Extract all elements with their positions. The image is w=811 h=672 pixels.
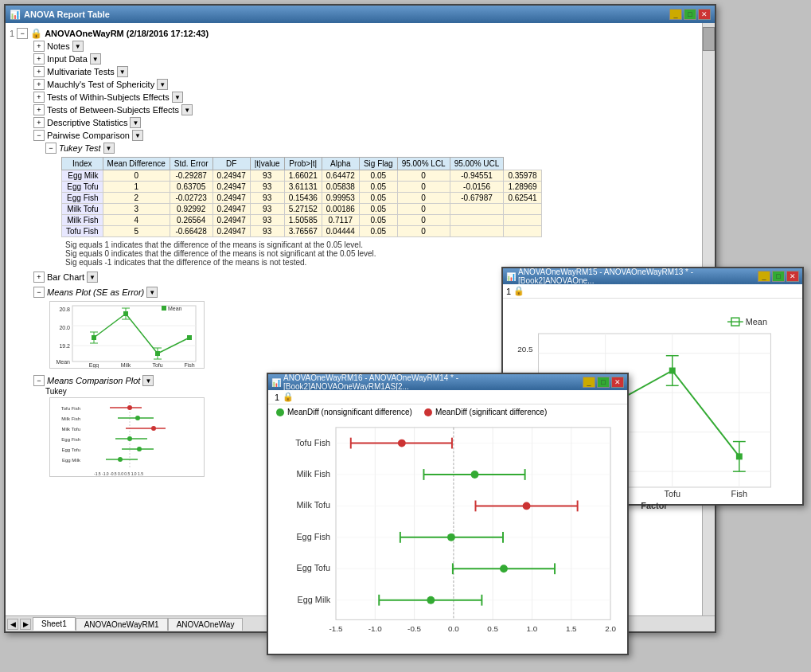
svg-text:0.0: 0.0 (448, 624, 459, 633)
svg-text:-1.5 -1.0 -0.5 0.0 0.5 1.0 1.5: -1.5 -1.0 -0.5 0.0 0.5 1.0 1.5 (94, 471, 143, 476)
col-lcl: 95.00% LCL (397, 158, 450, 170)
svg-text:Tofu: Tofu (664, 489, 680, 498)
float2-legend: MeanDiff (nonsignificant difference) Mea… (268, 404, 627, 420)
cell-idx: 0 (103, 170, 170, 182)
within-dropdown[interactable]: ▼ (172, 92, 183, 103)
tukey-dropdown[interactable]: ▼ (103, 143, 115, 154)
root-collapse-icon[interactable]: − (17, 28, 28, 39)
cell-df: 93 (250, 215, 284, 226)
float1-maximize[interactable]: □ (772, 271, 785, 282)
float2-maximize[interactable]: □ (597, 377, 610, 388)
multivariate-dropdown[interactable]: ▼ (117, 66, 128, 77)
pairwise-expand-icon[interactable]: − (33, 130, 45, 141)
cell-sig: 0 (397, 170, 450, 182)
float1-close[interactable]: ✕ (786, 271, 799, 282)
svg-rect-4 (72, 306, 196, 361)
tukey-table-container: Index Mean Difference Std. Error DF |t|v… (61, 157, 698, 237)
cell-df: 93 (250, 193, 284, 204)
col-meandiff: Mean Difference (103, 158, 170, 170)
cell-stderr: 0.24947 (212, 182, 250, 193)
cell-df: 93 (250, 226, 284, 237)
cell-sig: 0 (397, 215, 450, 226)
cell-meandiff: -0.02723 (170, 193, 212, 204)
cell-prob: 0.04444 (322, 226, 359, 237)
inputdata-dropdown[interactable]: ▼ (90, 53, 101, 64)
cell-df: 93 (250, 204, 284, 215)
mauchlys-dropdown[interactable]: ▼ (157, 79, 168, 90)
svg-text:19.2: 19.2 (59, 343, 70, 349)
tab-anova1[interactable]: ANOVAOneWayRM1 (76, 618, 168, 631)
float2-controls: _ □ ✕ (583, 377, 624, 388)
col-index: Index (62, 158, 103, 170)
cell-prob: 0.64472 (322, 170, 359, 182)
float1-lock-icon: 🔒 (513, 286, 524, 296)
barchart-dropdown[interactable]: ▼ (87, 272, 98, 283)
float1-title: ANOVAOneWayRM15 - ANOVAOneWayRM13 * - [B… (518, 268, 758, 285)
table-row: Egg Milk 0 -0.29287 0.24947 93 1.66021 0… (62, 170, 542, 182)
cell-stderr: 0.24947 (212, 193, 250, 204)
tukey-label: Tukey Test (59, 143, 101, 153)
mini-meanscomp-svg: Tofu Fish Milk Fish Milk Tofu Egg Fish E… (49, 397, 205, 477)
mauchlys-label: Mauchly's Test of Sphericity (47, 80, 154, 89)
between-label: Tests of Between-Subjects Effects (47, 105, 179, 115)
float2-chart-area: Tofu Fish Milk Fish Milk Tofu Egg Fish E… (268, 420, 627, 639)
tab-anova2[interactable]: ANOVAOneWay (168, 618, 244, 631)
cell-sig: 0 (397, 182, 450, 193)
meanscomp-label: Means Comparison Plot (47, 376, 140, 385)
mauchlys-expand-icon[interactable]: + (33, 79, 45, 90)
cell-idx: 2 (103, 193, 170, 204)
meansplot-dropdown[interactable]: ▼ (146, 287, 158, 298)
cell-idx: 5 (103, 226, 170, 237)
multivariate-expand-icon[interactable]: + (33, 66, 45, 77)
svg-text:-1.0: -1.0 (368, 624, 382, 633)
pairwise-dropdown[interactable]: ▼ (132, 130, 143, 141)
float2-close[interactable]: ✕ (611, 377, 624, 388)
float1-minimize[interactable]: _ (758, 271, 770, 282)
cell-name: Tofu Fish (62, 226, 103, 237)
tab-arrow-left[interactable]: ◀ (7, 619, 18, 630)
svg-text:Milk Fish: Milk Fish (296, 469, 330, 479)
cell-meandiff: 0.26564 (170, 215, 212, 226)
tab-arrow-right[interactable]: ▶ (20, 619, 31, 630)
notes-expand-icon[interactable]: + (33, 41, 45, 52)
cell-prob: 0.05838 (322, 182, 359, 193)
svg-text:1.5: 1.5 (566, 624, 577, 633)
svg-point-39 (151, 426, 156, 431)
cell-ucl: 0.62541 (504, 193, 541, 204)
minimize-button[interactable]: _ (669, 9, 682, 20)
between-expand-icon[interactable]: + (33, 104, 45, 115)
notes-dropdown[interactable]: ▼ (72, 41, 84, 52)
within-expand-icon[interactable]: + (33, 92, 45, 103)
inputdata-expand-icon[interactable]: + (33, 53, 45, 64)
cell-name: Milk Tofu (62, 204, 103, 215)
barchart-expand-icon[interactable]: + (33, 272, 45, 283)
root-label: ANOVAOneWayRM (2/18/2016 17:12:43) (45, 29, 209, 38)
meanscomp-dropdown[interactable]: ▼ (142, 375, 154, 386)
barchart-label: Bar Chart (47, 272, 84, 282)
tab-scroll-arrows: ◀ ▶ (6, 617, 33, 631)
maximize-button[interactable]: □ (684, 9, 696, 20)
cell-tval: 0.15436 (284, 193, 322, 204)
between-dropdown[interactable]: ▼ (181, 104, 193, 115)
meansplot-expand-icon[interactable]: − (33, 287, 45, 298)
svg-point-115 (447, 533, 455, 541)
cell-alpha: 0.05 (359, 182, 397, 193)
tukey-expand-icon[interactable]: − (45, 143, 57, 154)
descriptive-expand-icon[interactable]: + (33, 117, 45, 128)
tukey-section: − Tukey Test ▼ Index Mean Difference Std… (10, 142, 698, 267)
cell-tval: 5.27152 (284, 204, 322, 215)
main-titlebar: 📊 ANOVA Report Table _ □ ✕ (6, 6, 715, 23)
float2-minimize[interactable]: _ (583, 377, 595, 388)
meanscomp-expand-icon[interactable]: − (33, 375, 45, 386)
svg-rect-85 (336, 428, 610, 620)
svg-rect-25 (162, 306, 166, 311)
tree-item-inputdata: + Input Data ▼ (10, 53, 698, 65)
table-row: Egg Tofu 1 0.63705 0.24947 93 3.61131 0.… (62, 182, 542, 193)
tree-item-descriptive: + Descriptive Statistics ▼ (10, 116, 698, 129)
descriptive-dropdown[interactable]: ▼ (130, 117, 141, 128)
tab-sheet1[interactable]: Sheet1 (33, 617, 76, 631)
cell-alpha: 0.05 (359, 215, 397, 226)
cell-idx: 1 (103, 182, 170, 193)
tree-item-pairwise: − Pairwise Comparison ▼ (10, 129, 698, 142)
close-button[interactable]: ✕ (698, 9, 711, 20)
